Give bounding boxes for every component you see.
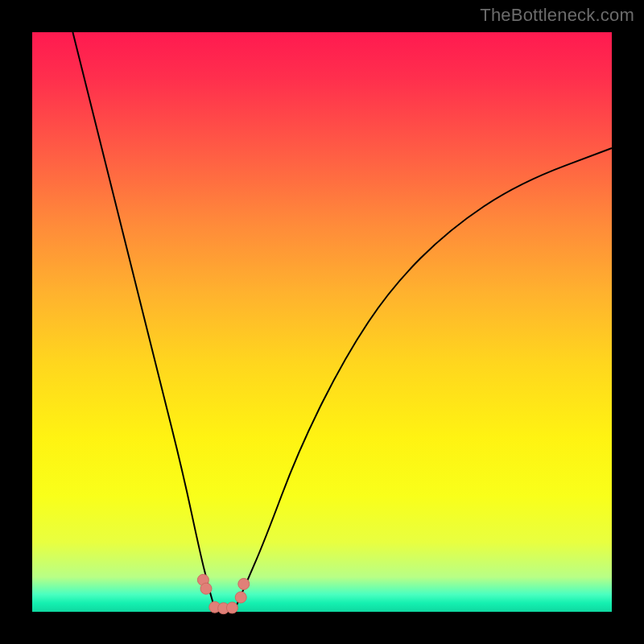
plot-svg — [32, 32, 612, 612]
data-point — [200, 583, 212, 594]
marker-group — [197, 574, 249, 613]
data-point — [238, 578, 250, 589]
watermark-text: TheBottleneck.com — [480, 5, 634, 26]
data-point — [235, 592, 246, 603]
right-curve — [235, 148, 612, 609]
data-point — [226, 602, 237, 613]
left-curve — [72, 32, 214, 609]
plot-frame — [32, 32, 612, 612]
